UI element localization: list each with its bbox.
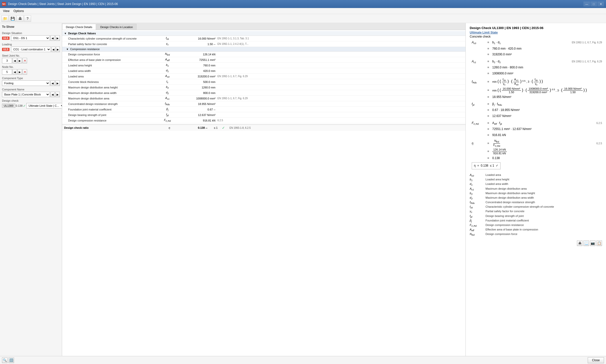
design-check-label: Design check	[2, 99, 60, 102]
row-value: 800.0 mm	[177, 91, 217, 94]
minimize-button[interactable]: —	[583, 2, 590, 7]
row-symbol: FC,Rd	[157, 118, 177, 122]
design-check-ratio-row: Design check ratio η 0.138 -- ≤ 1 ✓ EN 1…	[62, 124, 465, 131]
row-symbol: fjd	[157, 113, 177, 117]
component-name-section: Component Name Base Plate 1 | Concrete B…	[2, 88, 60, 97]
rp-btn-3[interactable]: 📷	[590, 240, 595, 246]
legend-row: fjd Design bearing strength of joint	[470, 214, 602, 218]
toolbar-open-button[interactable]: 📁	[2, 15, 9, 22]
co-next-button[interactable]: ▶	[56, 47, 60, 52]
design-check-row: UL1300 0.138 ✓ Ultimate Limit State | C.…	[2, 103, 60, 108]
design-situation-select[interactable]: DS1 - DS 1	[11, 35, 50, 41]
row-symbol: b1	[157, 63, 177, 67]
ref-eta: 6.2.5	[596, 141, 602, 146]
node-no-input[interactable]	[2, 69, 12, 75]
row-symbol: βj	[157, 107, 177, 111]
close-button[interactable]: Close	[588, 357, 604, 363]
row-name: Loaded area width	[62, 69, 157, 72]
rp-title: Design Check UL1300 | EN 1993 | CEN | 20…	[470, 26, 602, 30]
ds-next-button[interactable]: ▶	[55, 35, 60, 41]
row-value: 16.000 N/mm²	[177, 37, 217, 40]
row-name: Maximum design distribution area height	[62, 86, 157, 89]
row-name: Design bearing strength of joint	[62, 113, 157, 116]
component-type-label: Component Type	[2, 77, 60, 80]
table-row: Maximum design distribution area Ac1 100…	[62, 96, 465, 101]
table-row: Partial safety factor for concrete γc 1.…	[62, 41, 465, 47]
row-value: 916.81 kN	[177, 119, 217, 122]
row-value: 1260.0 mm	[177, 86, 217, 89]
maximize-button[interactable]: □	[590, 2, 597, 7]
component-name-row: Base Plate 1 | Concrete Block ◀ ▶	[2, 92, 60, 97]
table-row: Design compression resistance FC,Rd 916.…	[62, 118, 465, 123]
ratio-cond: ≤ 1	[209, 126, 222, 129]
val-ac1-result: 1008000.0 mm²	[492, 71, 602, 76]
row-name: Design compression force	[62, 53, 157, 56]
sj-prev-button[interactable]: ◀	[13, 58, 17, 63]
sj-next-button[interactable]: ▶	[18, 58, 22, 63]
status-calc-icon[interactable]: 🔢	[9, 357, 14, 363]
table-row: Concentrated design resistance strength …	[62, 101, 465, 107]
row-name: Partial safety factor for concrete	[62, 43, 157, 46]
legend-row: Ac1 Maximum design distribution area	[470, 187, 602, 191]
legend-row: Aeff Effective area of base plate in com…	[470, 228, 602, 232]
row-name: Loaded area	[62, 75, 157, 78]
row-symbol: Ac1	[157, 96, 177, 100]
center-panel: Design Check Details Design Checks in Lo…	[62, 23, 466, 356]
co-prev-button[interactable]: ◀	[51, 47, 55, 52]
menu-options[interactable]: Options	[12, 9, 26, 13]
toolbar: 📁 💾 🖶 ?	[0, 14, 606, 23]
table-row: Loaded area width d1 420.0 mm	[62, 68, 465, 74]
val-ac0-calc: 760.0 mm · 420.0 mm	[492, 46, 602, 52]
section-header-dcv[interactable]: ▼ Design Check Values	[62, 31, 465, 36]
cn-next-button[interactable]: ▶	[55, 92, 60, 97]
row-symbol: Aeff	[157, 58, 177, 62]
rp-btn-1[interactable]: 🖶	[577, 240, 582, 246]
row-value: 126.14 kN	[177, 53, 217, 56]
toolbar-help-button[interactable]: ?	[24, 15, 31, 22]
uls-badge-co: ULS	[2, 48, 10, 51]
tab-design-check-details[interactable]: Design Check Details	[62, 24, 96, 30]
legend-row: βj Foundation joint material coefficient	[470, 219, 602, 223]
node-reset-button[interactable]: ✕	[23, 69, 27, 75]
row-symbol: fck	[157, 37, 177, 40]
loading-select[interactable]: CO1 - Load combination 1	[11, 47, 51, 52]
legend-row: FC,Rd Design compression resistance	[470, 223, 602, 227]
table-row: Maximum design distribution area height …	[62, 85, 465, 90]
toolbar-save-button[interactable]: 💾	[9, 15, 16, 22]
node-next-button[interactable]: ▶	[18, 69, 22, 75]
rp-btn-2[interactable]: 📃	[583, 240, 589, 246]
component-type-select[interactable]: Footing	[2, 80, 50, 86]
rp-state: Ultimate Limit State	[470, 31, 602, 34]
row-symbol: b2	[157, 85, 177, 89]
node-prev-button[interactable]: ◀	[13, 69, 17, 75]
toolbar-print-button[interactable]: 🖶	[17, 15, 24, 22]
panel-title: To Show	[2, 25, 60, 29]
design-situation-section: Design Situation ULS DS1 - DS 1 ◀ ▶	[2, 32, 60, 41]
menu-view[interactable]: View	[1, 9, 12, 13]
tab-design-checks-location[interactable]: Design Checks in Location	[96, 24, 137, 30]
status-search-icon[interactable]: 🔍	[2, 357, 8, 363]
steel-joint-no-label: Steel Joint No.	[2, 54, 60, 57]
math-block-ac0: Ac0 = b1 · d1 EN 1992-1-1, 6.7, Fig. 6.2…	[470, 40, 602, 57]
close-window-button[interactable]: ✕	[597, 2, 604, 7]
node-no-label: Node No.	[2, 65, 60, 68]
val-frdu-formula: min ( ( fckγc ) · ( Ac1Ac0 ) 0.5 , 3 · (…	[492, 78, 602, 86]
app-icon: SC	[2, 2, 6, 6]
ds-prev-button[interactable]: ◀	[50, 35, 55, 41]
eta-check-val: η = 0.138 ≤ 1 ✓	[472, 162, 501, 169]
toggle-icon-dcv: ▼	[64, 32, 67, 35]
section-header-cr[interactable]: ▼ Compression resistance	[62, 47, 465, 52]
legend-row: d2 Maximum design distribution area widt…	[470, 196, 602, 200]
component-name-select[interactable]: Base Plate 1 | Concrete Block	[2, 92, 50, 97]
statusbar: 🔍 🔢 Close	[0, 356, 606, 364]
window-title: Design Check Details | Steel Joints | St…	[8, 2, 583, 6]
cn-prev-button[interactable]: ◀	[50, 92, 55, 97]
val-fjd-calc: 0.67 · 18.955 N/mm²	[492, 107, 602, 113]
row-value: 420.0 mm	[177, 69, 217, 72]
sj-reset-button[interactable]: ✕	[23, 58, 27, 63]
ct-next-button[interactable]: ▶	[55, 80, 60, 86]
steel-joint-no-input[interactable]	[2, 58, 12, 63]
design-check-select[interactable]: Ultimate Limit State | C...	[26, 103, 62, 108]
ct-prev-button[interactable]: ◀	[50, 80, 55, 86]
rp-btn-4[interactable]: 📋	[596, 240, 602, 246]
